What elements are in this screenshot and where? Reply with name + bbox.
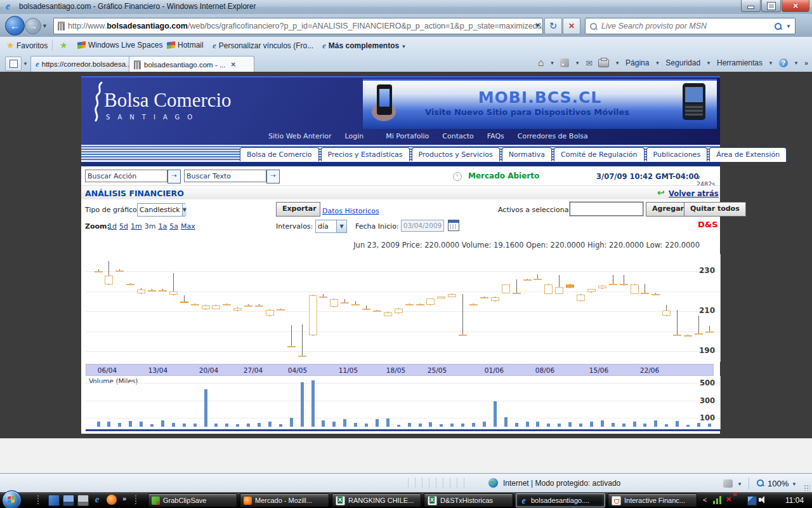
tab-bolsadesantiago[interactable]: bolsadesantiago.com - ... ✕ xyxy=(129,56,254,72)
favorite-link-personalizar[interactable]: ePersonalizar vínculos (Fro... xyxy=(213,41,313,51)
nav-tab-bolsa[interactable]: Bolsa de Comercio xyxy=(240,147,319,162)
home-dropdown-icon[interactable]: ▼ xyxy=(549,60,554,66)
security-menu[interactable]: Seguridad xyxy=(665,58,700,67)
forward-button[interactable]: → xyxy=(25,18,41,34)
tray-network-icon[interactable] xyxy=(747,496,757,505)
rss-icon[interactable] xyxy=(560,58,569,67)
buscar-accion-go-button[interactable]: ⇢ xyxy=(167,170,181,184)
favorites-button[interactable]: ★ Favoritos xyxy=(6,40,48,50)
favorite-link-live-spaces[interactable]: Windows Live Spaces xyxy=(77,41,162,50)
link-mi-portafolio[interactable]: Mi Portafolio xyxy=(386,132,429,140)
safety-dropdown-icon[interactable]: ▼ xyxy=(737,481,742,487)
link-faqs[interactable]: FAQs xyxy=(487,132,504,140)
tools-menu-icon[interactable]: ▼ xyxy=(768,60,773,66)
quitar-todos-button[interactable]: Quitar todos xyxy=(684,202,746,217)
more-addons-button[interactable]: eMás complementos ▼ xyxy=(322,41,406,51)
link-sitio-web-anterior[interactable]: Sitio Web Anterior xyxy=(268,132,332,140)
zoom-1m-link[interactable]: 1m xyxy=(131,222,142,231)
tab-close-icon[interactable]: ✕ xyxy=(231,61,236,68)
tab-list-icon[interactable]: ▼ xyxy=(23,61,28,67)
link-contacto[interactable]: Contacto xyxy=(442,132,474,140)
address-field[interactable]: http://www.bolsadesantiago.com/web/bcs/g… xyxy=(53,18,543,34)
exportar-button[interactable]: Exportar xyxy=(276,202,320,217)
quicklaunch-monitor-icon[interactable] xyxy=(77,495,89,506)
close-button[interactable]: ✕ xyxy=(782,0,809,12)
zoom-dropdown-icon[interactable]: ▼ xyxy=(792,481,797,487)
rss-dropdown-icon[interactable]: ▼ xyxy=(575,60,580,66)
site-logo[interactable]: Bolsa Comercio xyxy=(104,89,232,112)
security-menu-icon[interactable]: ▼ xyxy=(706,60,711,66)
stop-button[interactable]: ✕ xyxy=(563,18,580,34)
back-button[interactable]: ← xyxy=(5,16,25,36)
volume-bar xyxy=(161,420,164,427)
assets-input[interactable] xyxy=(570,202,643,216)
safety-filter-button[interactable] xyxy=(723,479,733,490)
datos-historicos-link[interactable]: Datos Historicos xyxy=(322,207,379,215)
taskbar-button-excel-historicas[interactable]: D&STxHistoricas xyxy=(424,493,513,507)
link-corredores[interactable]: Corredores de Bolsa xyxy=(518,132,588,140)
quicklaunch-overflow-icon[interactable]: » xyxy=(122,495,126,502)
add-favorite-button[interactable]: ★ xyxy=(60,40,68,50)
help-icon[interactable]: ? xyxy=(779,58,788,67)
chart-type-select[interactable]: Candlestick ▼ xyxy=(137,203,185,217)
quicklaunch-switcher-icon[interactable] xyxy=(48,495,60,506)
help-dropdown-icon[interactable]: ▼ xyxy=(794,60,799,66)
buscar-accion-input[interactable] xyxy=(85,170,167,182)
zoom-level-text[interactable]: 100% xyxy=(768,479,789,488)
nav-tab-publicaciones[interactable]: Publicaciones xyxy=(646,147,708,162)
zoom-5d-link[interactable]: 5d xyxy=(119,222,128,231)
nav-tab-extension[interactable]: Área de Extensión xyxy=(709,147,787,162)
nav-tab-comite[interactable]: Comité de Regulación xyxy=(554,147,644,162)
minimize-button[interactable] xyxy=(741,0,761,12)
address-dropdown-icon[interactable]: ▼ xyxy=(535,22,540,29)
taskbar-button-firefox[interactable]: Mercado - Mozill... xyxy=(240,493,329,507)
search-placeholder[interactable]: Live Search provisto por MSN xyxy=(601,22,707,30)
start-date-input[interactable]: 03/04/2009 xyxy=(401,220,444,232)
maximize-button[interactable] xyxy=(761,0,781,12)
taskbar-button-ie-active[interactable]: e bolsadesantiago.... xyxy=(516,493,605,507)
tools-menu[interactable]: Herramientas xyxy=(717,58,763,67)
nav-tab-productos[interactable]: Productos y Servicios xyxy=(412,147,500,162)
page-menu-icon[interactable]: ▼ xyxy=(655,60,660,66)
calendar-icon[interactable] xyxy=(448,220,459,231)
tab-corredor[interactable]: e https://corredor.bolsadesa... xyxy=(30,56,137,72)
print-dropdown-icon[interactable]: ▼ xyxy=(615,60,620,66)
go-search-icon[interactable] xyxy=(774,22,782,30)
zoom-1a-link[interactable]: 1a xyxy=(158,222,167,231)
nav-tab-normativa[interactable]: Normativa xyxy=(502,147,552,162)
nav-tab-precios[interactable]: Precios y Estadísticas xyxy=(321,147,410,162)
interval-select[interactable]: día ▼ xyxy=(315,220,347,233)
toolbar-grip[interactable] xyxy=(37,495,39,505)
history-dropdown-icon[interactable]: ▼ xyxy=(42,23,48,29)
zoom-1d-link[interactable]: 1d xyxy=(108,222,117,231)
quicklaunch-ie-icon[interactable]: e xyxy=(92,495,102,505)
zoom-3m-current: 3m xyxy=(145,222,156,231)
home-icon[interactable]: ⌂ xyxy=(538,58,544,67)
mobi-banner[interactable]: MOBI.BCS.CL Visite Nuevo Sitio para Disp… xyxy=(363,79,717,129)
taskbar-button-grabclipsave[interactable]: GrabClipSave xyxy=(148,493,237,507)
quicklaunch-desktop-icon[interactable] xyxy=(63,495,74,506)
zoom-max-link[interactable]: Max xyxy=(181,222,195,231)
favorite-link-hotmail[interactable]: Hotmail xyxy=(167,41,204,50)
print-icon[interactable] xyxy=(598,59,609,67)
page-menu[interactable]: Página xyxy=(625,58,649,67)
mail-icon[interactable]: ✉ xyxy=(586,58,593,68)
tray-signal-icon[interactable] xyxy=(713,496,721,504)
volver-atras-link[interactable]: Volver atrás xyxy=(669,189,719,198)
link-login[interactable]: Login xyxy=(345,132,364,140)
overflow-chevron-icon[interactable]: » xyxy=(804,59,808,67)
taskbar-button-java[interactable]: Interactive Financ... xyxy=(608,493,697,507)
toolbar-grip[interactable] xyxy=(134,495,137,505)
buscar-texto-go-button[interactable]: ⇢ xyxy=(266,170,280,184)
refresh-button[interactable]: ↻ xyxy=(544,18,562,34)
buscar-texto-input[interactable] xyxy=(184,170,266,182)
search-box[interactable]: Live Search provisto por MSN ▼ xyxy=(585,18,796,34)
quicklaunch-firefox-icon[interactable] xyxy=(107,495,117,505)
taskbar-button-excel-rangking[interactable]: RANGKING CHILE... xyxy=(332,493,421,507)
quick-tabs-button[interactable] xyxy=(5,57,22,71)
tray-collapse-icon[interactable]: < xyxy=(703,496,707,504)
date-label: 04/05 xyxy=(288,366,307,374)
start-button[interactable] xyxy=(2,490,22,508)
zoom-5a-link[interactable]: 5a xyxy=(169,222,178,231)
search-options-icon[interactable]: ▼ xyxy=(786,23,791,29)
